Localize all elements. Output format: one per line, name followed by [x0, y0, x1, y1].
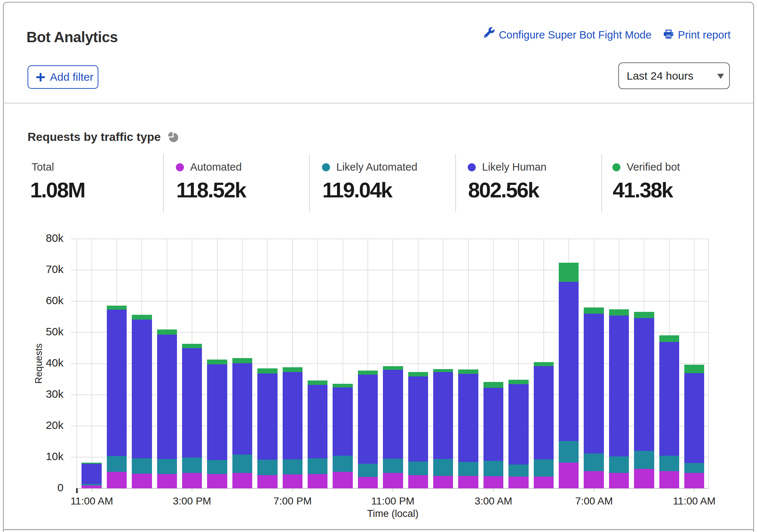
svg-text:0: 0 [57, 481, 64, 493]
svg-text:3:00 AM: 3:00 AM [475, 495, 512, 507]
svg-text:80k: 80k [46, 232, 64, 244]
svg-text:11:00 PM: 11:00 PM [371, 495, 414, 507]
svg-text:10k: 10k [46, 450, 64, 462]
svg-text:Requests: Requests [33, 343, 44, 384]
svg-text:Time (local): Time (local) [367, 508, 419, 519]
svg-text:20k: 20k [46, 419, 64, 431]
svg-text:60k: 60k [46, 294, 64, 306]
svg-text:11:00 AM: 11:00 AM [70, 495, 113, 507]
svg-text:70k: 70k [46, 263, 64, 275]
svg-text:7:00 PM: 7:00 PM [274, 495, 312, 507]
svg-text:50k: 50k [46, 325, 64, 338]
svg-text:3:00 PM: 3:00 PM [173, 495, 211, 507]
svg-text:30k: 30k [46, 388, 64, 400]
svg-text:7:00 AM: 7:00 AM [575, 495, 613, 507]
svg-text:40k: 40k [46, 357, 64, 369]
svg-text:11:00 AM: 11:00 AM [673, 495, 716, 507]
